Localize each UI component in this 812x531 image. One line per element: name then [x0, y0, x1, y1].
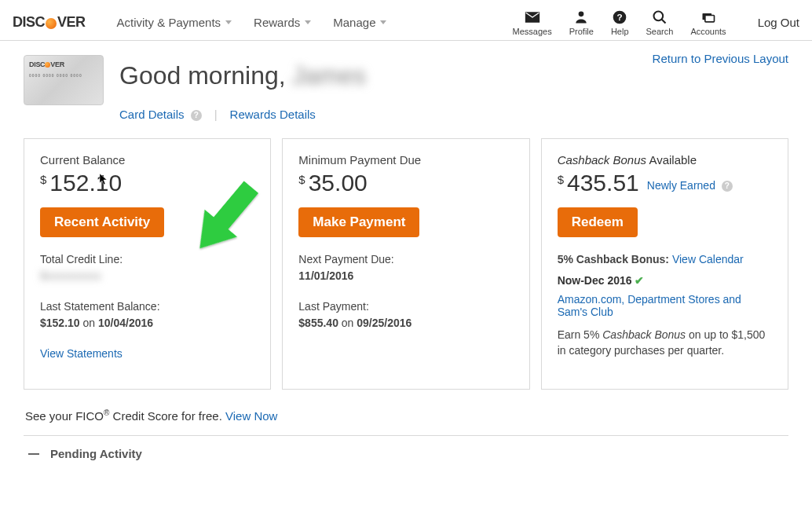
last-stmt-date: 10/04/2016: [98, 317, 153, 329]
logout-link[interactable]: Log Out: [758, 16, 799, 29]
next-payment-due: Next Payment Due: 11/01/2016: [298, 251, 513, 284]
icon-label: Accounts: [690, 27, 726, 36]
on-text: on: [338, 317, 357, 329]
search-icon-btn[interactable]: Search: [646, 9, 674, 36]
cashback-period: Now-Dec 2016 ✔: [558, 274, 772, 287]
brand-text-post: VER: [57, 14, 86, 31]
profile-icon[interactable]: Profile: [569, 9, 594, 36]
icon-label: Help: [611, 27, 629, 36]
nav-rewards[interactable]: Rewards: [254, 16, 311, 29]
nav-icons: Messages Profile ? Help Search Accounts …: [513, 9, 799, 36]
rewards-details-link[interactable]: Rewards Details: [230, 108, 316, 121]
payment-panel: Minimum Payment Due $ 35.00 Make Payment…: [282, 138, 529, 390]
newly-earned-label: Newly Earned: [647, 179, 715, 192]
last-stmt-amount: $152.10: [40, 317, 80, 329]
nav-manage[interactable]: Manage: [333, 16, 386, 29]
svg-point-3: [653, 11, 663, 20]
last-payment: Last Payment: $855.40 on 09/25/2016: [298, 298, 513, 331]
separator: |: [214, 108, 218, 121]
cashback-rest: Available: [646, 153, 697, 167]
dollar-sign: $: [40, 173, 46, 186]
chevron-down-icon: [225, 20, 232, 24]
pending-label: Pending Activity: [50, 447, 142, 460]
nav-activity-payments[interactable]: Activity & Payments: [117, 16, 232, 29]
on-text: on: [80, 317, 98, 329]
checkmark-icon: ✔: [635, 274, 644, 287]
fico-line: See your FICO® Credit Score for free. Vi…: [24, 408, 788, 423]
next-due-label: Next Payment Due:: [298, 253, 393, 266]
fico-prefix: See your FICO: [25, 409, 104, 423]
top-nav: DISC VER Activity & Payments Rewards Man…: [0, 0, 812, 41]
recent-activity-button[interactable]: Recent Activity: [40, 207, 164, 237]
redeem-button[interactable]: Redeem: [558, 207, 638, 237]
accounts-icon[interactable]: Accounts: [690, 9, 726, 36]
card-details-link[interactable]: Card Details: [119, 108, 185, 121]
earn-text: Earn 5% Cashback Bonus on up to $1,500 i…: [558, 328, 772, 358]
pending-activity-toggle[interactable]: Pending Activity: [24, 435, 788, 476]
question-circle-icon: ?: [612, 9, 627, 25]
balance-title: Current Balance: [40, 153, 254, 167]
last-payment-date: 09/25/2016: [357, 317, 411, 329]
credit-line: Total Credit Line: $xxxxxxxxxx: [40, 251, 254, 284]
help-icon[interactable]: ? Help: [611, 9, 629, 36]
card-mini-logo: DISC VER: [29, 60, 98, 68]
info-icon[interactable]: ?: [191, 110, 202, 121]
person-icon: [573, 9, 589, 25]
greeting: Good morning, James: [119, 61, 788, 90]
view-calendar-link[interactable]: View Calendar: [672, 253, 744, 266]
payment-title: Minimum Payment Due: [298, 153, 513, 167]
icon-label: Messages: [513, 27, 552, 36]
fico-suffix: Credit Score for free.: [109, 409, 225, 423]
nav-label: Activity & Payments: [117, 16, 221, 29]
card-digits: 0000 0000 0000 0000: [29, 73, 98, 78]
cashback-promo: 5% Cashback Bonus: View Calendar: [558, 251, 772, 268]
mini-post: VER: [50, 60, 64, 68]
cashback-panel: Cashback Bonus Available $ 435.51 Newly …: [541, 138, 788, 390]
period-text: Now-Dec 2016: [558, 274, 632, 287]
promo-label: 5% Cashback Bonus:: [558, 253, 672, 266]
return-previous-layout-link[interactable]: Return to Previous Layout: [653, 52, 788, 65]
dollar-sign: $: [298, 173, 305, 186]
svg-line-4: [661, 19, 665, 23]
brand-logo[interactable]: DISC VER: [13, 14, 86, 31]
fico-view-now-link[interactable]: View Now: [225, 409, 277, 423]
info-icon[interactable]: ?: [722, 181, 733, 192]
svg-text:?: ?: [617, 12, 623, 22]
sublinks: Card Details ? | Rewards Details: [119, 108, 788, 121]
brand-o-icon: [46, 18, 57, 29]
balance-panel: Current Balance $ 152.10 Recent Activity…: [24, 138, 271, 390]
earn-em: Cashback Bonus: [602, 328, 686, 341]
nav-label: Manage: [333, 16, 375, 29]
page-container: Return to Previous Layout DISC VER 0000 …: [0, 41, 812, 476]
balance-amount: $ 152.10: [40, 170, 254, 196]
earn-pre: Earn 5%: [558, 328, 603, 341]
next-due-date: 11/01/2016: [298, 269, 353, 282]
search-icon: [652, 9, 668, 25]
last-statement: Last Statement Balance: $152.10 on 10/04…: [40, 298, 254, 331]
view-statements-link[interactable]: View Statements: [40, 347, 123, 360]
cards-icon: [700, 9, 716, 25]
cashback-categories-link[interactable]: Amazon.com, Department Stores and Sam's …: [558, 293, 741, 318]
dollar-sign: $: [558, 173, 564, 186]
card-image[interactable]: DISC VER 0000 0000 0000 0000: [24, 55, 104, 105]
amount-value: 35.00: [309, 170, 368, 196]
greeting-name: James: [292, 61, 366, 90]
make-payment-button[interactable]: Make Payment: [298, 207, 419, 237]
greeting-prefix: Good morning,: [119, 61, 286, 90]
nav-menus: Activity & Payments Rewards Manage: [117, 16, 387, 29]
messages-icon[interactable]: Messages: [513, 9, 552, 36]
last-stmt-label: Last Statement Balance:: [40, 300, 160, 313]
payment-amount: $ 35.00: [298, 170, 513, 196]
newly-earned-link[interactable]: Newly Earned ?: [647, 179, 733, 196]
svg-rect-6: [705, 15, 715, 21]
icon-label: Profile: [569, 27, 594, 36]
brand-text-pre: DISC: [13, 14, 45, 31]
cashback-title: Cashback Bonus Available: [558, 153, 772, 167]
mini-o-icon: [45, 62, 50, 68]
chevron-down-icon: [305, 20, 311, 24]
summary-panels: Current Balance $ 152.10 Recent Activity…: [24, 138, 788, 390]
cashback-amount: $ 435.51: [558, 170, 639, 196]
envelope-icon: [525, 9, 540, 25]
icon-label: Search: [646, 27, 674, 36]
cashback-em: Cashback Bonus: [558, 153, 646, 167]
